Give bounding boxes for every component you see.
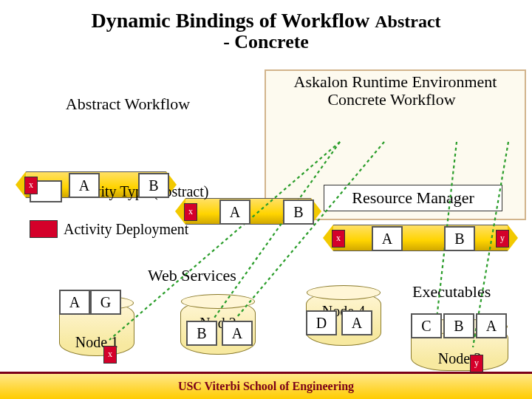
legend-box-red	[30, 220, 58, 238]
activity-D: D	[306, 310, 337, 335]
activity-A: A	[341, 310, 372, 335]
concrete-workflow-label: Concrete Workflow	[296, 90, 488, 109]
activity-A: A	[69, 173, 100, 198]
activity-B: B	[443, 313, 474, 338]
runtime-label: Askalon Runtime Environment	[273, 72, 517, 92]
legend-activity-type: Activity Type (abstract)	[30, 180, 208, 202]
web-services-label: Web Services	[148, 266, 236, 285]
activity-B: B	[444, 226, 475, 251]
deploy-slot: x	[103, 346, 117, 364]
node-label: Node 3	[412, 350, 508, 367]
activity-A: A	[476, 313, 507, 338]
activity-A: A	[372, 226, 403, 251]
subtitle: - Concrete	[0, 31, 532, 53]
deploy-slot: y	[470, 355, 483, 372]
abstract-workflow-label: Abstract Workflow	[43, 95, 213, 114]
executables-label: Executables	[412, 282, 491, 301]
deploy-slot: x	[24, 177, 38, 194]
legend-activity-deploy: Activity Deployment	[30, 220, 188, 238]
activity-B: B	[186, 321, 217, 346]
resource-manager-box: Resource Manager	[324, 185, 502, 211]
activity-A: A	[222, 321, 253, 346]
deploy-slot: x	[184, 203, 197, 221]
deploy-slot: y	[496, 230, 509, 248]
activity-G: G	[90, 290, 121, 315]
activity-B: B	[138, 173, 169, 198]
pipe-concrete: x A B y	[332, 225, 508, 251]
activity-C: C	[411, 313, 442, 338]
activity-A: A	[59, 290, 90, 315]
node-label: Node 1	[60, 334, 134, 351]
activity-A: A	[219, 200, 250, 225]
activity-B: B	[283, 200, 314, 225]
deploy-slot: x	[332, 230, 345, 248]
page-title: Dynamic Bindings of Workflow Abstract	[0, 0, 532, 33]
footer-bar: USC Viterbi School of Engineering	[0, 374, 532, 399]
